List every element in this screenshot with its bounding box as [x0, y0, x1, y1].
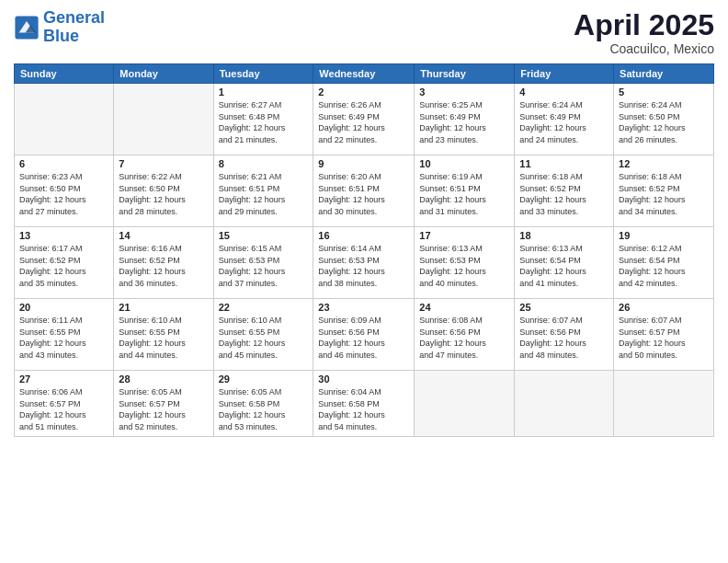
- logo-line1: General: [43, 8, 105, 27]
- day-info: Sunrise: 6:13 AM Sunset: 6:54 PM Dayligh…: [519, 243, 609, 289]
- day-info: Sunrise: 6:07 AM Sunset: 6:57 PM Dayligh…: [619, 315, 709, 361]
- calendar-cell: 22Sunrise: 6:10 AM Sunset: 6:55 PM Dayli…: [213, 299, 313, 371]
- day-number: 9: [318, 158, 409, 169]
- day-info: Sunrise: 6:12 AM Sunset: 6:54 PM Dayligh…: [619, 243, 709, 289]
- day-number: 24: [419, 302, 509, 313]
- day-info: Sunrise: 6:06 AM Sunset: 6:57 PM Dayligh…: [19, 386, 108, 432]
- col-saturday: Saturday: [614, 64, 714, 84]
- day-number: 22: [219, 302, 309, 313]
- day-info: Sunrise: 6:11 AM Sunset: 6:55 PM Dayligh…: [19, 315, 108, 361]
- calendar-week-row: 1Sunrise: 6:27 AM Sunset: 6:48 PM Daylig…: [15, 84, 714, 155]
- day-number: 23: [318, 302, 409, 313]
- day-info: Sunrise: 6:20 AM Sunset: 6:51 PM Dayligh…: [318, 171, 409, 217]
- logo-line2: Blue: [43, 27, 79, 45]
- calendar-cell: 16Sunrise: 6:14 AM Sunset: 6:53 PM Dayli…: [313, 227, 415, 299]
- col-sunday: Sunday: [15, 64, 114, 84]
- day-info: Sunrise: 6:14 AM Sunset: 6:53 PM Dayligh…: [318, 243, 409, 289]
- calendar-cell: 3Sunrise: 6:25 AM Sunset: 6:49 PM Daylig…: [415, 84, 515, 155]
- calendar-cell: 9Sunrise: 6:20 AM Sunset: 6:51 PM Daylig…: [313, 155, 415, 227]
- month-title: April 2025: [574, 9, 714, 41]
- calendar-cell: 29Sunrise: 6:05 AM Sunset: 6:58 PM Dayli…: [213, 371, 313, 436]
- calendar-cell: 8Sunrise: 6:21 AM Sunset: 6:51 PM Daylig…: [213, 155, 313, 227]
- day-number: 26: [619, 302, 709, 313]
- calendar-cell: 4Sunrise: 6:24 AM Sunset: 6:49 PM Daylig…: [515, 84, 614, 155]
- day-number: 6: [19, 158, 108, 169]
- calendar-cell: 12Sunrise: 6:18 AM Sunset: 6:52 PM Dayli…: [614, 155, 714, 227]
- col-wednesday: Wednesday: [313, 64, 415, 84]
- day-number: 29: [219, 373, 309, 385]
- day-info: Sunrise: 6:26 AM Sunset: 6:49 PM Dayligh…: [318, 99, 409, 145]
- day-info: Sunrise: 6:25 AM Sunset: 6:49 PM Dayligh…: [419, 99, 509, 145]
- logo-icon: [14, 15, 40, 40]
- day-number: 1: [219, 86, 309, 98]
- day-number: 28: [119, 373, 208, 385]
- calendar-week-row: 27Sunrise: 6:06 AM Sunset: 6:57 PM Dayli…: [15, 371, 714, 436]
- col-thursday: Thursday: [415, 64, 515, 84]
- day-info: Sunrise: 6:17 AM Sunset: 6:52 PM Dayligh…: [19, 243, 108, 289]
- day-info: Sunrise: 6:15 AM Sunset: 6:53 PM Dayligh…: [219, 243, 309, 289]
- day-info: Sunrise: 6:18 AM Sunset: 6:52 PM Dayligh…: [519, 171, 609, 217]
- day-info: Sunrise: 6:08 AM Sunset: 6:56 PM Dayligh…: [419, 315, 509, 361]
- day-number: 12: [619, 158, 709, 169]
- calendar-cell: 14Sunrise: 6:16 AM Sunset: 6:52 PM Dayli…: [114, 227, 213, 299]
- calendar-cell: 11Sunrise: 6:18 AM Sunset: 6:52 PM Dayli…: [515, 155, 614, 227]
- day-info: Sunrise: 6:18 AM Sunset: 6:52 PM Dayligh…: [619, 171, 709, 217]
- calendar-cell: 27Sunrise: 6:06 AM Sunset: 6:57 PM Dayli…: [15, 371, 114, 436]
- day-number: 2: [318, 86, 409, 98]
- day-info: Sunrise: 6:19 AM Sunset: 6:51 PM Dayligh…: [419, 171, 509, 217]
- day-info: Sunrise: 6:24 AM Sunset: 6:49 PM Dayligh…: [519, 99, 609, 145]
- day-number: 15: [219, 230, 309, 241]
- day-number: 10: [419, 158, 509, 169]
- day-number: 20: [19, 302, 108, 313]
- day-info: Sunrise: 6:16 AM Sunset: 6:52 PM Dayligh…: [119, 243, 208, 289]
- day-info: Sunrise: 6:05 AM Sunset: 6:58 PM Dayligh…: [219, 386, 309, 432]
- calendar-cell: 20Sunrise: 6:11 AM Sunset: 6:55 PM Dayli…: [15, 299, 114, 371]
- day-number: 16: [318, 230, 409, 241]
- calendar-cell: 17Sunrise: 6:13 AM Sunset: 6:53 PM Dayli…: [415, 227, 515, 299]
- page-container: General Blue April 2025 Coacuilco, Mexic…: [0, 0, 728, 446]
- calendar-cell: 10Sunrise: 6:19 AM Sunset: 6:51 PM Dayli…: [415, 155, 515, 227]
- calendar-week-row: 6Sunrise: 6:23 AM Sunset: 6:50 PM Daylig…: [15, 155, 714, 227]
- day-info: Sunrise: 6:10 AM Sunset: 6:55 PM Dayligh…: [119, 315, 208, 361]
- page-header: General Blue April 2025 Coacuilco, Mexic…: [14, 9, 714, 56]
- day-info: Sunrise: 6:22 AM Sunset: 6:50 PM Dayligh…: [119, 171, 208, 217]
- day-number: 4: [519, 86, 609, 98]
- calendar-cell: 24Sunrise: 6:08 AM Sunset: 6:56 PM Dayli…: [415, 299, 515, 371]
- day-info: Sunrise: 6:07 AM Sunset: 6:56 PM Dayligh…: [519, 315, 609, 361]
- day-info: Sunrise: 6:23 AM Sunset: 6:50 PM Dayligh…: [19, 171, 108, 217]
- day-number: 3: [419, 86, 509, 98]
- day-info: Sunrise: 6:09 AM Sunset: 6:56 PM Dayligh…: [318, 315, 409, 361]
- day-number: 13: [19, 230, 108, 241]
- calendar-week-row: 20Sunrise: 6:11 AM Sunset: 6:55 PM Dayli…: [15, 299, 714, 371]
- calendar-cell: [415, 371, 515, 436]
- day-info: Sunrise: 6:24 AM Sunset: 6:50 PM Dayligh…: [619, 99, 709, 145]
- day-info: Sunrise: 6:05 AM Sunset: 6:57 PM Dayligh…: [119, 386, 208, 432]
- calendar-cell: 26Sunrise: 6:07 AM Sunset: 6:57 PM Dayli…: [614, 299, 714, 371]
- day-number: 18: [519, 230, 609, 241]
- col-monday: Monday: [114, 64, 213, 84]
- calendar-cell: 2Sunrise: 6:26 AM Sunset: 6:49 PM Daylig…: [313, 84, 415, 155]
- day-number: 17: [419, 230, 509, 241]
- calendar-cell: 1Sunrise: 6:27 AM Sunset: 6:48 PM Daylig…: [213, 84, 313, 155]
- logo: General Blue: [14, 9, 105, 46]
- calendar-cell: 19Sunrise: 6:12 AM Sunset: 6:54 PM Dayli…: [614, 227, 714, 299]
- calendar-cell: 25Sunrise: 6:07 AM Sunset: 6:56 PM Dayli…: [515, 299, 614, 371]
- col-friday: Friday: [515, 64, 614, 84]
- calendar-cell: [614, 371, 714, 436]
- calendar-cell: 5Sunrise: 6:24 AM Sunset: 6:50 PM Daylig…: [614, 84, 714, 155]
- day-number: 11: [519, 158, 609, 169]
- calendar-cell: 15Sunrise: 6:15 AM Sunset: 6:53 PM Dayli…: [213, 227, 313, 299]
- day-number: 19: [619, 230, 709, 241]
- day-number: 8: [219, 158, 309, 169]
- calendar-cell: 6Sunrise: 6:23 AM Sunset: 6:50 PM Daylig…: [15, 155, 114, 227]
- calendar-week-row: 13Sunrise: 6:17 AM Sunset: 6:52 PM Dayli…: [15, 227, 714, 299]
- day-number: 14: [119, 230, 208, 241]
- calendar-cell: 13Sunrise: 6:17 AM Sunset: 6:52 PM Dayli…: [15, 227, 114, 299]
- day-info: Sunrise: 6:27 AM Sunset: 6:48 PM Dayligh…: [219, 99, 309, 145]
- day-info: Sunrise: 6:10 AM Sunset: 6:55 PM Dayligh…: [219, 315, 309, 361]
- title-block: April 2025 Coacuilco, Mexico: [574, 9, 714, 56]
- calendar-cell: 7Sunrise: 6:22 AM Sunset: 6:50 PM Daylig…: [114, 155, 213, 227]
- calendar-cell: 28Sunrise: 6:05 AM Sunset: 6:57 PM Dayli…: [114, 371, 213, 436]
- calendar-cell: [114, 84, 213, 155]
- day-info: Sunrise: 6:13 AM Sunset: 6:53 PM Dayligh…: [419, 243, 509, 289]
